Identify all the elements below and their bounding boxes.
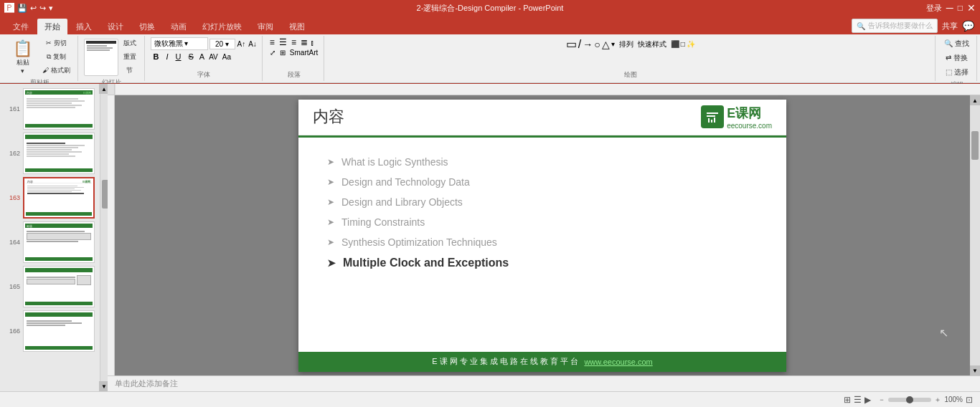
content-scroll-thumb[interactable] xyxy=(971,131,979,160)
content-scrollbar[interactable]: ▲ ▼ xyxy=(970,95,980,375)
slide-panel-scrollbar[interactable]: ▲ ▼ xyxy=(100,84,108,391)
content-text-3: Timing Constraints xyxy=(341,216,425,228)
increase-font-btn[interactable]: A↑ xyxy=(237,39,247,49)
notes-bar[interactable]: 单击此处添加备注 xyxy=(108,375,980,391)
ribbon: 文件 开始 插入 设计 切换 动画 幻灯片放映 审阅 视图 🔍 告诉我你想要做什… xyxy=(0,16,980,84)
tab-insert[interactable]: 插入 xyxy=(69,19,99,34)
slide-thumb-166[interactable] xyxy=(23,310,95,352)
content-scroll-up[interactable]: ▲ xyxy=(970,95,980,105)
slide-item-163[interactable]: 163 内容 E课网 xyxy=(0,176,100,220)
italic-btn[interactable]: I xyxy=(163,52,171,62)
slide-item-164[interactable]: 164 标题 xyxy=(0,220,100,264)
slide-item-165[interactable]: 165 xyxy=(0,264,100,309)
tab-view[interactable]: 视图 xyxy=(282,19,312,34)
column-btn[interactable]: ⫿ xyxy=(311,39,314,47)
smartart-btn[interactable]: SmartArt xyxy=(288,49,319,57)
outline-view-btn[interactable]: ☰ xyxy=(854,395,862,405)
main-slide[interactable]: 内容 xyxy=(298,100,786,372)
minimize-button[interactable]: ─ xyxy=(946,2,953,14)
align-right-btn[interactable]: ≡ xyxy=(290,37,298,47)
slide-item-161[interactable]: 161 内容 E课网 xyxy=(0,87,100,131)
text-direction-btn[interactable]: ⤢ xyxy=(268,49,277,57)
format-painter-button[interactable]: 🖌 格式刷 xyxy=(39,64,73,77)
shape-rect[interactable]: ▭ xyxy=(566,37,577,51)
shape-triangle[interactable]: △ xyxy=(602,39,610,50)
slide-thumb-161[interactable]: 内容 E课网 xyxy=(23,88,95,130)
slide-item-166[interactable]: 166 xyxy=(0,309,100,353)
app-icon: 🅿 xyxy=(4,2,14,14)
slide-thumb-163[interactable]: 内容 E课网 xyxy=(23,177,95,219)
tab-home[interactable]: 开始 xyxy=(37,19,67,34)
login-button[interactable]: 登录 xyxy=(926,3,942,14)
find-button[interactable]: 🔍 查找 xyxy=(941,37,972,50)
font-group: 微软雅黑 ▾ 20 ▾ A↑ A↓ B I U S A AV Aa 字体 xyxy=(146,36,263,81)
ribbon-search[interactable]: 🔍 告诉我你想要做什么 xyxy=(852,19,938,33)
slide-item-162[interactable]: 162 xyxy=(0,131,100,176)
bold-btn[interactable]: B xyxy=(151,52,162,62)
cut-button[interactable]: ✂ 剪切 xyxy=(39,37,73,49)
copy-button[interactable]: ⧉ 复制 xyxy=(39,51,73,63)
normal-view-btn[interactable]: ⊞ xyxy=(844,395,851,405)
align-center-btn[interactable]: ☰ xyxy=(278,37,288,47)
content-scroll-down[interactable]: ▼ xyxy=(970,365,980,375)
zoom-handle[interactable] xyxy=(906,396,913,403)
tab-design[interactable]: 设计 xyxy=(100,19,131,34)
share-button[interactable]: 共享 xyxy=(942,21,958,32)
char-spacing-btn[interactable]: AV xyxy=(207,53,220,61)
quick-access-more[interactable]: ▾ xyxy=(49,4,53,13)
slide-thumb-164[interactable]: 标题 xyxy=(23,221,95,263)
slide-content-item-4: ➤ Synthesis Optimization Techniques xyxy=(327,232,758,252)
shape-arrow[interactable]: → xyxy=(583,39,593,50)
paste-button[interactable]: 📋 粘贴 ▾ xyxy=(7,39,38,76)
slide-workspace[interactable]: 内容 xyxy=(115,95,970,375)
zoom-in-btn[interactable]: ＋ xyxy=(934,395,941,405)
slide-title-text: 内容 xyxy=(313,107,344,125)
editing-group: 🔍 查找 ⇄ 替换 ⬚ 选择 编辑 xyxy=(937,36,977,81)
close-button[interactable]: ✕ xyxy=(967,2,976,14)
quick-styles-btn[interactable]: 快速样式 xyxy=(638,39,666,49)
fit-slide-btn[interactable]: ⊡ xyxy=(966,395,973,405)
underline-btn[interactable]: U xyxy=(173,52,184,62)
layout-button[interactable]: 版式 xyxy=(120,37,140,49)
shape-line[interactable]: / xyxy=(578,38,581,51)
slide-body: ➤ What is Logic Synthesis ➤ Design and T… xyxy=(298,138,786,288)
shape-effects-btn[interactable]: ✨ xyxy=(687,40,695,48)
arrange-btn[interactable]: 排列 xyxy=(619,39,633,49)
shape-more[interactable]: ▾ xyxy=(611,40,615,48)
align-left-btn[interactable]: ≡ xyxy=(268,37,276,47)
comment-button[interactable]: 💬 xyxy=(962,20,974,32)
font-size-select[interactable]: 20 ▾ xyxy=(209,39,235,49)
quick-access-redo[interactable]: ↪ xyxy=(39,4,46,13)
tab-review[interactable]: 审阅 xyxy=(250,19,281,34)
tab-animations[interactable]: 动画 xyxy=(164,19,194,34)
font-case-btn[interactable]: Aa xyxy=(221,53,232,61)
tab-slideshow[interactable]: 幻灯片放映 xyxy=(195,19,249,34)
restore-button[interactable]: □ xyxy=(958,3,963,13)
slide-preview[interactable] xyxy=(84,39,118,76)
font-color-btn[interactable]: A xyxy=(198,52,206,61)
slideshow-view-btn[interactable]: ▶ xyxy=(864,395,871,405)
justify-btn[interactable]: ≣ xyxy=(299,37,309,47)
slide-thumb-165[interactable] xyxy=(23,266,95,307)
zoom-slider[interactable] xyxy=(888,398,931,402)
section-button[interactable]: 节 xyxy=(120,64,140,77)
zoom-out-btn[interactable]: － xyxy=(878,395,885,405)
quick-access-undo[interactable]: ↩ xyxy=(30,4,37,13)
tab-transitions[interactable]: 切换 xyxy=(132,19,162,34)
decrease-font-btn[interactable]: A↓ xyxy=(248,39,258,49)
scrollbar-track xyxy=(100,94,108,381)
shape-circle[interactable]: ○ xyxy=(594,39,600,50)
title-bar: 🅿 💾 ↩ ↪ ▾ 2-逻辑综合-Design Compiler - Power… xyxy=(0,0,980,16)
shape-fill-btn[interactable]: ⬛ xyxy=(671,40,679,48)
select-button[interactable]: ⬚ 选择 xyxy=(941,66,972,79)
quick-access-save[interactable]: 💾 xyxy=(17,4,27,13)
slide-thumb-162[interactable] xyxy=(23,133,95,174)
strikethrough-btn[interactable]: S xyxy=(185,52,196,62)
font-family-select[interactable]: 微软雅黑 ▾ xyxy=(151,37,208,50)
reset-button[interactable]: 重置 xyxy=(120,51,140,63)
shape-outline-btn[interactable]: □ xyxy=(681,40,685,48)
replace-button[interactable]: ⇄ 替换 xyxy=(941,52,972,64)
content-text-4: Synthesis Optimization Techniques xyxy=(341,236,497,248)
tab-file[interactable]: 文件 xyxy=(6,19,36,34)
align-text-btn[interactable]: ⊞ xyxy=(278,49,287,57)
